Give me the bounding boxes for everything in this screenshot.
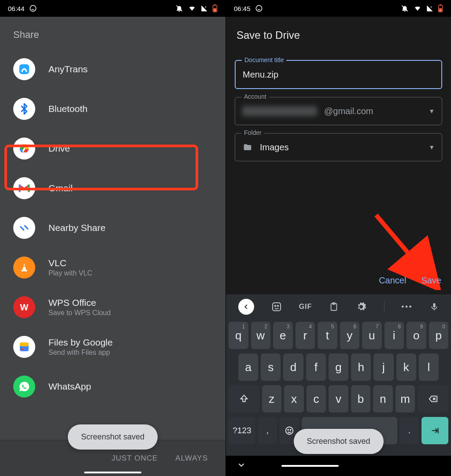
document-title-field[interactable]: Document title Menu.zip: [235, 60, 442, 89]
svg-rect-26: [433, 303, 436, 308]
key-o[interactable]: o9: [407, 322, 426, 349]
key-t[interactable]: t5: [318, 322, 337, 349]
wps-icon: W: [13, 296, 35, 318]
key-g[interactable]: g: [329, 353, 348, 381]
svg-text:x: x: [430, 5, 432, 8]
save-to-drive-panel: Save to Drive Document title Menu.zip Ac…: [226, 17, 451, 294]
save-button[interactable]: Save: [421, 275, 441, 286]
share-item-nearby[interactable]: Nearby Share: [0, 208, 226, 248]
key-d[interactable]: d: [283, 353, 303, 381]
key-y[interactable]: y6: [340, 322, 360, 349]
gmail-icon: [13, 177, 35, 199]
key-p[interactable]: p0: [429, 322, 449, 349]
svg-point-22: [274, 305, 276, 307]
home-indicator[interactable]: [84, 472, 141, 473]
clipboard-icon[interactable]: [329, 301, 339, 312]
svg-line-20: [376, 215, 425, 272]
key-k[interactable]: k: [396, 353, 416, 381]
key-v[interactable]: v: [329, 385, 348, 413]
mic-icon[interactable]: [430, 301, 439, 312]
svg-rect-21: [273, 303, 281, 311]
svg-rect-12: [20, 342, 29, 346]
sticker-icon[interactable]: [271, 301, 282, 312]
key-a[interactable]: a: [238, 353, 258, 381]
drive-icon: [13, 138, 35, 160]
field-label: Folder: [241, 129, 264, 136]
share-item-wps[interactable]: W WPS Office Save to WPS Cloud: [0, 287, 226, 327]
gear-icon[interactable]: [356, 301, 366, 312]
key-f[interactable]: f: [306, 353, 326, 381]
share-item-drive[interactable]: Drive: [0, 129, 226, 168]
share-item-label: Files by Google: [48, 337, 113, 348]
share-item-label: Nearby Share: [48, 223, 106, 233]
account-suffix: @gmail.com: [324, 106, 373, 116]
folder-field[interactable]: Folder Images ▼: [235, 133, 442, 161]
shift-key[interactable]: [229, 385, 259, 413]
key-m[interactable]: m: [396, 385, 415, 413]
key-e[interactable]: e3: [273, 322, 293, 349]
key-h[interactable]: h: [351, 353, 371, 381]
anytrans-icon: [13, 58, 35, 80]
key-l[interactable]: l: [419, 353, 439, 381]
gif-button[interactable]: GIF: [299, 303, 312, 311]
share-item-whatsapp[interactable]: WhatsApp: [0, 367, 226, 406]
field-label: Account: [241, 93, 269, 100]
key-z[interactable]: z: [262, 385, 282, 413]
cancel-button[interactable]: Cancel: [379, 275, 406, 286]
key-w[interactable]: w2: [251, 322, 271, 349]
key-r[interactable]: r4: [296, 322, 315, 349]
whatsapp-status-icon: [255, 4, 263, 12]
key-i[interactable]: i8: [384, 322, 404, 349]
svg-text:x: x: [205, 5, 207, 8]
svg-rect-19: [439, 8, 442, 11]
phone-right: 06:45 x Save to Drive Document title Men…: [226, 0, 451, 476]
wifi-icon: [413, 5, 422, 12]
folder-value: Images: [260, 142, 289, 152]
just-once-button[interactable]: JUST ONCE: [111, 454, 158, 463]
share-item-vlc[interactable]: VLC Play with VLC: [0, 248, 226, 287]
soft-keyboard[interactable]: GIF ••• q1w2e3r4t5y6u7i8o9p0 asdfghjkl z…: [226, 294, 451, 476]
whatsapp-icon: [13, 376, 35, 398]
vlc-icon: [13, 257, 35, 279]
share-item-files[interactable]: Files by Google Send with Files app: [0, 327, 226, 367]
key-s[interactable]: s: [261, 353, 281, 381]
backspace-key[interactable]: [418, 385, 448, 413]
keyboard-collapse-icon[interactable]: [237, 460, 246, 472]
chevron-down-icon: ▼: [429, 144, 435, 151]
enter-key[interactable]: [421, 417, 448, 444]
phone-left: 06:44 x Share AnyTrans Bluetooth: [0, 0, 226, 476]
share-item-bluetooth[interactable]: Bluetooth: [0, 89, 226, 129]
key-b[interactable]: b: [351, 385, 371, 413]
account-field[interactable]: Account @gmail.com ▼: [235, 97, 442, 125]
share-item-gmail[interactable]: Gmail: [0, 168, 226, 208]
toast: Screenshot saved: [68, 424, 158, 450]
share-sheet: Share AnyTrans Bluetooth Drive: [0, 17, 226, 476]
comma-key[interactable]: ,: [258, 417, 277, 444]
key-x[interactable]: x: [284, 385, 304, 413]
share-item-sub: Play with VLC: [48, 269, 92, 277]
share-item-anytrans[interactable]: AnyTrans: [0, 49, 226, 89]
key-n[interactable]: n: [373, 385, 393, 413]
svg-point-13: [21, 348, 23, 350]
key-q[interactable]: q1: [229, 322, 248, 349]
home-indicator[interactable]: [281, 465, 339, 467]
field-label: Document title: [242, 56, 286, 63]
period-key[interactable]: .: [400, 417, 419, 444]
status-bar: 06:45 x: [226, 0, 451, 17]
always-button[interactable]: ALWAYS: [175, 454, 208, 463]
dnd-icon: [401, 4, 409, 12]
key-j[interactable]: j: [373, 353, 393, 381]
key-c[interactable]: c: [307, 385, 326, 413]
whatsapp-status-icon: [29, 4, 37, 12]
more-icon[interactable]: •••: [402, 303, 413, 311]
share-item-sub: Save to WPS Cloud: [48, 309, 111, 317]
symbols-key[interactable]: ?123: [229, 417, 255, 444]
svg-rect-9: [22, 270, 27, 271]
battery-icon: [438, 4, 443, 12]
key-u[interactable]: u7: [362, 322, 382, 349]
nearby-share-icon: [13, 217, 35, 239]
share-item-label: AnyTrans: [48, 64, 88, 74]
keyboard-back-icon[interactable]: [238, 299, 254, 315]
svg-point-14: [256, 5, 262, 11]
account-redacted: [242, 106, 317, 116]
